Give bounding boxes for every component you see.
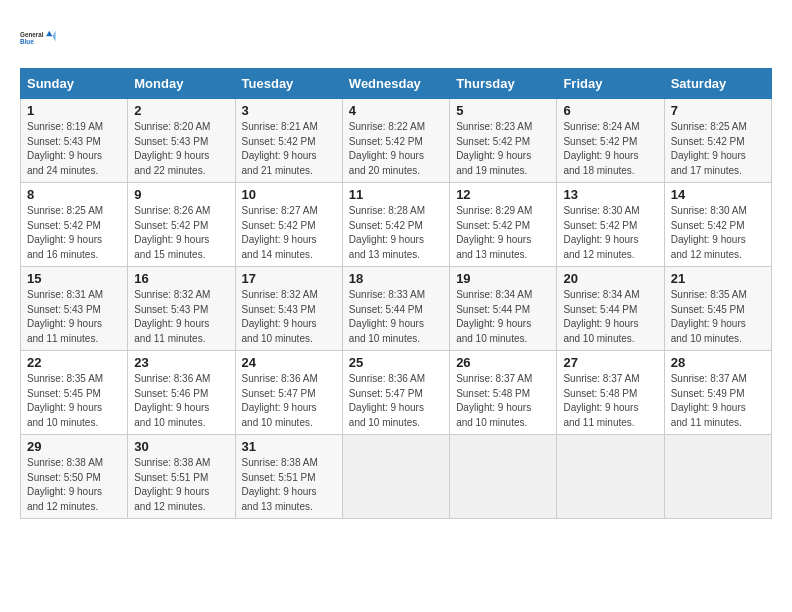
weekday-header-friday: Friday (557, 69, 664, 99)
calendar-cell: 19Sunrise: 8:34 AMSunset: 5:44 PMDayligh… (450, 267, 557, 351)
day-info: Sunrise: 8:35 AMSunset: 5:45 PMDaylight:… (27, 372, 121, 430)
day-info: Sunrise: 8:37 AMSunset: 5:49 PMDaylight:… (671, 372, 765, 430)
calendar-cell: 15Sunrise: 8:31 AMSunset: 5:43 PMDayligh… (21, 267, 128, 351)
calendar-cell: 26Sunrise: 8:37 AMSunset: 5:48 PMDayligh… (450, 351, 557, 435)
day-number: 28 (671, 355, 765, 370)
svg-marker-2 (46, 31, 52, 36)
day-number: 4 (349, 103, 443, 118)
day-number: 7 (671, 103, 765, 118)
calendar-table: SundayMondayTuesdayWednesdayThursdayFrid… (20, 68, 772, 519)
day-number: 3 (242, 103, 336, 118)
day-number: 2 (134, 103, 228, 118)
day-info: Sunrise: 8:31 AMSunset: 5:43 PMDaylight:… (27, 288, 121, 346)
calendar-cell: 6Sunrise: 8:24 AMSunset: 5:42 PMDaylight… (557, 99, 664, 183)
header: General Blue (20, 20, 772, 56)
calendar-cell: 30Sunrise: 8:38 AMSunset: 5:51 PMDayligh… (128, 435, 235, 519)
day-number: 14 (671, 187, 765, 202)
day-number: 11 (349, 187, 443, 202)
calendar-cell: 17Sunrise: 8:32 AMSunset: 5:43 PMDayligh… (235, 267, 342, 351)
day-info: Sunrise: 8:38 AMSunset: 5:50 PMDaylight:… (27, 456, 121, 514)
calendar-cell: 4Sunrise: 8:22 AMSunset: 5:42 PMDaylight… (342, 99, 449, 183)
day-info: Sunrise: 8:24 AMSunset: 5:42 PMDaylight:… (563, 120, 657, 178)
day-number: 16 (134, 271, 228, 286)
calendar-cell: 31Sunrise: 8:38 AMSunset: 5:51 PMDayligh… (235, 435, 342, 519)
day-number: 19 (456, 271, 550, 286)
day-number: 18 (349, 271, 443, 286)
day-info: Sunrise: 8:32 AMSunset: 5:43 PMDaylight:… (134, 288, 228, 346)
day-info: Sunrise: 8:36 AMSunset: 5:47 PMDaylight:… (349, 372, 443, 430)
day-info: Sunrise: 8:28 AMSunset: 5:42 PMDaylight:… (349, 204, 443, 262)
calendar-header-row: SundayMondayTuesdayWednesdayThursdayFrid… (21, 69, 772, 99)
day-number: 13 (563, 187, 657, 202)
day-info: Sunrise: 8:30 AMSunset: 5:42 PMDaylight:… (563, 204, 657, 262)
day-number: 20 (563, 271, 657, 286)
calendar-cell: 13Sunrise: 8:30 AMSunset: 5:42 PMDayligh… (557, 183, 664, 267)
calendar-cell: 2Sunrise: 8:20 AMSunset: 5:43 PMDaylight… (128, 99, 235, 183)
calendar-week-1: 1Sunrise: 8:19 AMSunset: 5:43 PMDaylight… (21, 99, 772, 183)
weekday-header-monday: Monday (128, 69, 235, 99)
day-number: 8 (27, 187, 121, 202)
calendar-cell: 9Sunrise: 8:26 AMSunset: 5:42 PMDaylight… (128, 183, 235, 267)
day-info: Sunrise: 8:25 AMSunset: 5:42 PMDaylight:… (671, 120, 765, 178)
calendar-cell: 7Sunrise: 8:25 AMSunset: 5:42 PMDaylight… (664, 99, 771, 183)
calendar-cell: 16Sunrise: 8:32 AMSunset: 5:43 PMDayligh… (128, 267, 235, 351)
calendar-cell (557, 435, 664, 519)
logo: General Blue (20, 20, 56, 56)
day-info: Sunrise: 8:33 AMSunset: 5:44 PMDaylight:… (349, 288, 443, 346)
calendar-cell: 14Sunrise: 8:30 AMSunset: 5:42 PMDayligh… (664, 183, 771, 267)
calendar-cell: 20Sunrise: 8:34 AMSunset: 5:44 PMDayligh… (557, 267, 664, 351)
day-info: Sunrise: 8:30 AMSunset: 5:42 PMDaylight:… (671, 204, 765, 262)
calendar-week-4: 22Sunrise: 8:35 AMSunset: 5:45 PMDayligh… (21, 351, 772, 435)
day-number: 31 (242, 439, 336, 454)
calendar-cell: 5Sunrise: 8:23 AMSunset: 5:42 PMDaylight… (450, 99, 557, 183)
day-info: Sunrise: 8:26 AMSunset: 5:42 PMDaylight:… (134, 204, 228, 262)
day-number: 25 (349, 355, 443, 370)
day-number: 24 (242, 355, 336, 370)
day-info: Sunrise: 8:34 AMSunset: 5:44 PMDaylight:… (456, 288, 550, 346)
day-number: 23 (134, 355, 228, 370)
day-info: Sunrise: 8:38 AMSunset: 5:51 PMDaylight:… (242, 456, 336, 514)
day-info: Sunrise: 8:37 AMSunset: 5:48 PMDaylight:… (563, 372, 657, 430)
day-info: Sunrise: 8:22 AMSunset: 5:42 PMDaylight:… (349, 120, 443, 178)
day-number: 1 (27, 103, 121, 118)
day-info: Sunrise: 8:36 AMSunset: 5:46 PMDaylight:… (134, 372, 228, 430)
day-number: 21 (671, 271, 765, 286)
day-info: Sunrise: 8:19 AMSunset: 5:43 PMDaylight:… (27, 120, 121, 178)
day-info: Sunrise: 8:35 AMSunset: 5:45 PMDaylight:… (671, 288, 765, 346)
calendar-cell: 22Sunrise: 8:35 AMSunset: 5:45 PMDayligh… (21, 351, 128, 435)
svg-marker-3 (52, 31, 55, 42)
calendar-week-5: 29Sunrise: 8:38 AMSunset: 5:50 PMDayligh… (21, 435, 772, 519)
weekday-header-tuesday: Tuesday (235, 69, 342, 99)
weekday-header-thursday: Thursday (450, 69, 557, 99)
day-number: 9 (134, 187, 228, 202)
calendar-cell: 3Sunrise: 8:21 AMSunset: 5:42 PMDaylight… (235, 99, 342, 183)
calendar-cell: 8Sunrise: 8:25 AMSunset: 5:42 PMDaylight… (21, 183, 128, 267)
calendar-week-3: 15Sunrise: 8:31 AMSunset: 5:43 PMDayligh… (21, 267, 772, 351)
day-info: Sunrise: 8:25 AMSunset: 5:42 PMDaylight:… (27, 204, 121, 262)
calendar-cell: 12Sunrise: 8:29 AMSunset: 5:42 PMDayligh… (450, 183, 557, 267)
day-info: Sunrise: 8:36 AMSunset: 5:47 PMDaylight:… (242, 372, 336, 430)
calendar-cell: 29Sunrise: 8:38 AMSunset: 5:50 PMDayligh… (21, 435, 128, 519)
day-info: Sunrise: 8:37 AMSunset: 5:48 PMDaylight:… (456, 372, 550, 430)
calendar-cell: 25Sunrise: 8:36 AMSunset: 5:47 PMDayligh… (342, 351, 449, 435)
calendar-cell (450, 435, 557, 519)
calendar-week-2: 8Sunrise: 8:25 AMSunset: 5:42 PMDaylight… (21, 183, 772, 267)
day-number: 27 (563, 355, 657, 370)
day-info: Sunrise: 8:27 AMSunset: 5:42 PMDaylight:… (242, 204, 336, 262)
day-number: 30 (134, 439, 228, 454)
day-number: 26 (456, 355, 550, 370)
calendar-cell: 11Sunrise: 8:28 AMSunset: 5:42 PMDayligh… (342, 183, 449, 267)
day-number: 12 (456, 187, 550, 202)
calendar-cell: 21Sunrise: 8:35 AMSunset: 5:45 PMDayligh… (664, 267, 771, 351)
svg-text:General: General (20, 31, 44, 38)
logo-svg: General Blue (20, 20, 56, 56)
day-info: Sunrise: 8:29 AMSunset: 5:42 PMDaylight:… (456, 204, 550, 262)
day-number: 10 (242, 187, 336, 202)
day-info: Sunrise: 8:38 AMSunset: 5:51 PMDaylight:… (134, 456, 228, 514)
calendar-cell: 27Sunrise: 8:37 AMSunset: 5:48 PMDayligh… (557, 351, 664, 435)
calendar-cell: 28Sunrise: 8:37 AMSunset: 5:49 PMDayligh… (664, 351, 771, 435)
day-info: Sunrise: 8:32 AMSunset: 5:43 PMDaylight:… (242, 288, 336, 346)
day-number: 29 (27, 439, 121, 454)
calendar-cell: 23Sunrise: 8:36 AMSunset: 5:46 PMDayligh… (128, 351, 235, 435)
weekday-header-wednesday: Wednesday (342, 69, 449, 99)
